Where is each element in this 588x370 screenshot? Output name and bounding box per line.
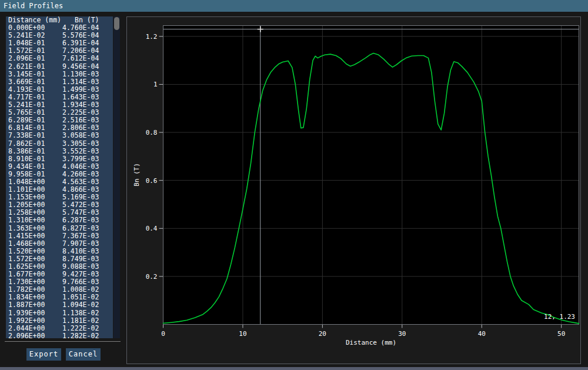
svg-text:0.4: 0.4 (146, 225, 158, 232)
cell-bn: 1.222E-02 (62, 325, 113, 332)
table-row[interactable]: 1.415E+007.367E-03 (6, 232, 113, 240)
table-row[interactable]: 1.992E+001.181E-02 (6, 317, 113, 325)
cursor-readout: 12, 1.23 (544, 313, 575, 321)
table-row[interactable]: 9.434E-014.046E-03 (6, 163, 113, 171)
cell-distance: 1.415E+00 (8, 232, 62, 240)
svg-text:1: 1 (153, 81, 158, 88)
cell-distance: 1.939E+00 (8, 309, 62, 317)
cell-bn: 3.552E-03 (62, 148, 113, 155)
table-row[interactable]: 1.310E+006.287E-03 (6, 216, 113, 224)
cell-bn: 1.181E-02 (62, 317, 113, 325)
cell-distance: 8.910E-01 (8, 155, 62, 163)
svg-text:0: 0 (161, 330, 165, 338)
cell-bn: 1.499E-03 (62, 86, 113, 94)
cell-distance: 2.621E-01 (8, 63, 62, 71)
cell-distance: 7.338E-01 (8, 132, 62, 139)
table-row[interactable]: 2.096E+001.282E-02 (6, 332, 113, 338)
svg-text:10: 10 (239, 330, 246, 338)
svg-text:30: 30 (398, 330, 406, 338)
cell-distance: 1.468E+00 (8, 240, 62, 248)
table-row[interactable]: 1.468E+007.907E-03 (6, 240, 113, 248)
window-title: Field Profiles (4, 2, 63, 10)
cell-distance: 9.958E-01 (8, 171, 62, 178)
table-row[interactable]: 4.193E-011.499E-03 (6, 86, 113, 94)
svg-text:20: 20 (319, 330, 326, 338)
cell-distance: 7.862E-01 (8, 140, 62, 148)
cell-bn: 7.907E-03 (62, 240, 113, 248)
cell-distance: 1.887E+00 (8, 301, 62, 309)
table-row[interactable]: 3.669E-011.314E-03 (6, 78, 113, 86)
svg-text:0.8: 0.8 (146, 129, 158, 136)
window-titlebar[interactable]: Field Profiles (0, 0, 588, 12)
cell-distance: 2.096E-01 (8, 55, 62, 62)
cell-distance: 3.669E-01 (8, 78, 62, 86)
cell-distance: 1.520E+00 (8, 248, 62, 255)
cancel-button[interactable]: Cancel (66, 348, 101, 361)
table-row[interactable]: 8.910E-013.799E-03 (6, 155, 113, 163)
cell-bn: 1.138E-02 (62, 309, 113, 317)
cell-bn: 7.367E-03 (62, 232, 113, 240)
cell-distance: 1.363E+00 (8, 225, 62, 232)
x-axis-label: Distance (mm) (346, 339, 396, 346)
svg-text:0.6: 0.6 (146, 177, 158, 185)
cell-distance: 9.434E-01 (8, 163, 62, 171)
table-row[interactable]: 1.887E+001.094E-02 (6, 301, 113, 309)
cell-distance: 2.044E+00 (8, 325, 62, 332)
cell-bn: 1.282E-02 (62, 332, 113, 338)
cell-bn: 1.130E-03 (62, 71, 113, 78)
table-row[interactable]: 8.386E-013.552E-03 (6, 148, 113, 155)
cell-bn: 3.305E-03 (62, 140, 113, 148)
cell-distance: 1.310E+00 (8, 216, 62, 224)
table-row[interactable]: 7.338E-013.058E-03 (6, 132, 113, 139)
table-row[interactable]: 9.958E-014.260E-03 (6, 171, 113, 178)
cell-bn: 1.314E-03 (62, 78, 113, 86)
field-profile-chart[interactable]: 010203040500.20.40.60.811.2 Bn (T) Dista… (127, 17, 580, 364)
plot-area[interactable] (163, 26, 579, 325)
table-row[interactable]: 2.621E-019.456E-04 (6, 63, 113, 71)
cell-bn: 3.799E-03 (62, 155, 113, 163)
svg-text:0.2: 0.2 (146, 273, 158, 281)
field-table[interactable]: Distance (mm) Bn (T) 0.000E+004.760E-045… (6, 16, 113, 338)
table-row[interactable]: 2.096E-017.612E-04 (6, 55, 113, 62)
cell-bn: 8.410E-03 (62, 248, 113, 255)
chart-panel: 010203040500.20.40.60.811.2 Bn (T) Dista… (126, 16, 581, 364)
scrollbar-thumb[interactable] (114, 17, 119, 30)
cell-distance: 4.193E-01 (8, 86, 62, 94)
svg-text:1.2: 1.2 (146, 33, 158, 41)
cell-distance: 1.992E+00 (8, 317, 62, 325)
cell-distance: 8.386E-01 (8, 148, 62, 155)
cell-bn: 4.260E-03 (62, 171, 113, 178)
table-row[interactable]: 3.145E-011.130E-03 (6, 71, 113, 78)
export-button[interactable]: Export (26, 348, 61, 361)
y-axis-label: Bn (T) (133, 163, 141, 186)
table-row[interactable]: 2.044E+001.222E-02 (6, 325, 113, 332)
cell-distance: 2.096E+00 (8, 332, 62, 338)
svg-text:50: 50 (557, 330, 565, 338)
table-row[interactable]: 1.939E+001.138E-02 (6, 309, 113, 317)
svg-text:40: 40 (478, 330, 486, 338)
cell-bn: 4.046E-03 (62, 163, 113, 171)
table-scrollbar[interactable] (113, 16, 120, 338)
cell-bn: 9.456E-04 (62, 63, 113, 71)
cell-bn: 7.612E-04 (62, 55, 113, 62)
table-row[interactable]: 1.363E+006.827E-03 (6, 225, 113, 232)
screen-bottom-strip (0, 367, 588, 370)
cell-bn: 3.058E-03 (62, 132, 113, 139)
table-row[interactable]: 1.520E+008.410E-03 (6, 248, 113, 255)
cell-bn: 6.287E-03 (62, 216, 113, 224)
table-row[interactable]: 7.862E-013.305E-03 (6, 140, 113, 148)
separator-line (5, 341, 121, 342)
cell-bn: 1.094E-02 (62, 301, 113, 309)
cell-bn: 6.827E-03 (62, 225, 113, 232)
field-table-body: 0.000E+004.760E-045.241E-025.576E-041.04… (6, 24, 113, 338)
cell-distance: 3.145E-01 (8, 71, 62, 78)
